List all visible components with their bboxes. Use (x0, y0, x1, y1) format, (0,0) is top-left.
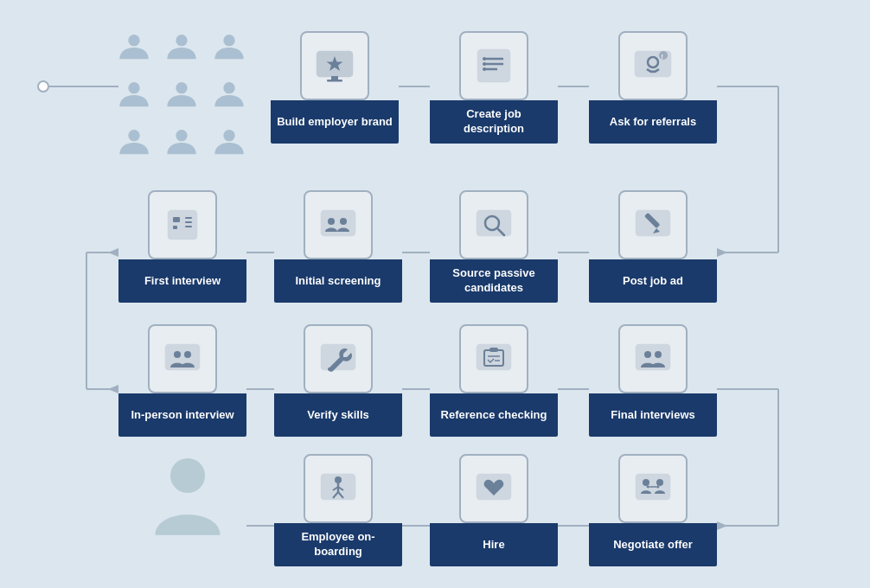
verify-skills-icon (304, 324, 373, 393)
post-job-ad-label: Post job ad (589, 259, 717, 303)
initial-screening-label: Initial screening (274, 259, 402, 303)
svg-point-58 (328, 218, 335, 225)
svg-point-68 (184, 351, 191, 358)
svg-rect-51 (169, 211, 196, 239)
hire-icon (459, 454, 528, 523)
person-icon-7 (112, 120, 157, 164)
svg-rect-56 (185, 226, 192, 227)
source-passive-candidates-label: Source passive candidates (430, 259, 558, 303)
ask-for-referrals-label: Ask for referrals (589, 100, 717, 144)
svg-point-34 (223, 130, 234, 141)
svg-rect-72 (489, 348, 498, 352)
svg-point-87 (643, 479, 649, 486)
svg-point-77 (655, 351, 662, 358)
build-employer-brand-label: Build employer brand (271, 100, 399, 144)
svg-point-26 (129, 35, 140, 46)
person-icon-6 (207, 74, 251, 118)
card-source-passive-candidates[interactable]: Source passive candidates (430, 190, 558, 303)
employee-onboarding-label: Employee on-boarding (274, 523, 402, 566)
svg-marker-12 (108, 248, 118, 257)
final-interviews-icon (618, 324, 688, 393)
svg-rect-52 (173, 217, 180, 222)
verify-skills-label: Verify skills (274, 393, 402, 437)
card-negotiate-offer[interactable]: Negotiate offer (589, 454, 717, 566)
card-post-job-ad[interactable]: Post job ad (589, 190, 717, 303)
svg-point-31 (223, 82, 234, 93)
svg-point-76 (644, 351, 651, 358)
svg-point-29 (129, 82, 140, 93)
person-icon-5 (160, 74, 204, 118)
svg-marker-22 (717, 521, 727, 530)
hire-label: Hire (430, 523, 558, 566)
svg-point-35 (170, 458, 205, 493)
in-person-interview-label: In-person interview (118, 393, 246, 437)
person-icon-3 (207, 26, 251, 70)
first-interview-label: First interview (118, 259, 246, 303)
card-ask-for-referrals[interactable]: ! Ask for referrals (589, 31, 717, 144)
negotiate-offer-label: Negotiate offer (589, 523, 717, 566)
svg-point-79 (335, 476, 342, 483)
card-in-person-interview[interactable]: In-person interview (118, 324, 246, 437)
svg-marker-5 (717, 248, 727, 257)
final-interviews-label: Final interviews (589, 393, 717, 437)
card-initial-screening[interactable]: Initial screening (274, 190, 402, 303)
card-build-employer-brand[interactable]: Build employer brand (271, 31, 399, 144)
person-icon-9 (207, 120, 251, 164)
create-job-description-label: Create job description (430, 100, 558, 144)
svg-point-49 (659, 51, 668, 60)
people-group (112, 26, 251, 164)
create-job-description-icon (459, 31, 528, 100)
card-hire[interactable]: Hire (430, 454, 558, 566)
source-passive-candidates-icon (459, 190, 528, 259)
card-create-job-description[interactable]: Create job description (430, 31, 558, 144)
post-job-ad-icon (618, 190, 688, 259)
svg-point-30 (176, 82, 187, 93)
svg-point-67 (174, 351, 181, 358)
in-person-interview-icon (148, 324, 217, 393)
svg-point-46 (483, 67, 486, 71)
card-reference-checking[interactable]: Reference checking (430, 324, 558, 437)
svg-rect-60 (477, 211, 510, 235)
card-verify-skills[interactable]: Verify skills (274, 324, 402, 437)
initial-screening-icon (304, 190, 373, 259)
reference-checking-icon (459, 324, 528, 393)
card-final-interviews[interactable]: Final interviews (589, 324, 717, 437)
build-employer-brand-icon (300, 31, 369, 100)
svg-point-45 (483, 62, 486, 66)
card-employee-onboarding[interactable]: Employee on-boarding (274, 454, 402, 566)
svg-text:!: ! (662, 54, 663, 60)
svg-rect-40 (478, 50, 509, 81)
person-icon-8 (160, 120, 204, 164)
svg-point-88 (656, 479, 663, 486)
person-icon-4 (112, 74, 157, 118)
svg-point-6 (38, 81, 48, 92)
svg-rect-53 (173, 226, 177, 229)
svg-point-33 (176, 130, 187, 141)
svg-rect-39 (327, 80, 342, 82)
ask-for-referrals-icon: ! (618, 31, 688, 100)
svg-point-32 (129, 130, 140, 141)
reference-checking-label: Reference checking (430, 393, 558, 437)
person-icon-2 (160, 26, 204, 70)
svg-marker-15 (108, 385, 118, 393)
svg-rect-38 (331, 76, 338, 80)
svg-point-27 (176, 35, 187, 46)
negotiate-offer-icon (618, 454, 688, 523)
svg-point-59 (340, 218, 347, 225)
diagram-container: Build employer brand Create job descript… (0, 0, 870, 588)
svg-point-44 (483, 57, 486, 61)
svg-rect-54 (185, 217, 192, 219)
svg-point-28 (223, 35, 234, 46)
person-icon-1 (112, 26, 157, 70)
employee-onboarding-icon (304, 454, 373, 523)
svg-rect-55 (185, 221, 192, 223)
first-interview-icon (148, 190, 217, 259)
card-first-interview[interactable]: First interview (118, 190, 246, 303)
single-person-icon (153, 454, 222, 544)
